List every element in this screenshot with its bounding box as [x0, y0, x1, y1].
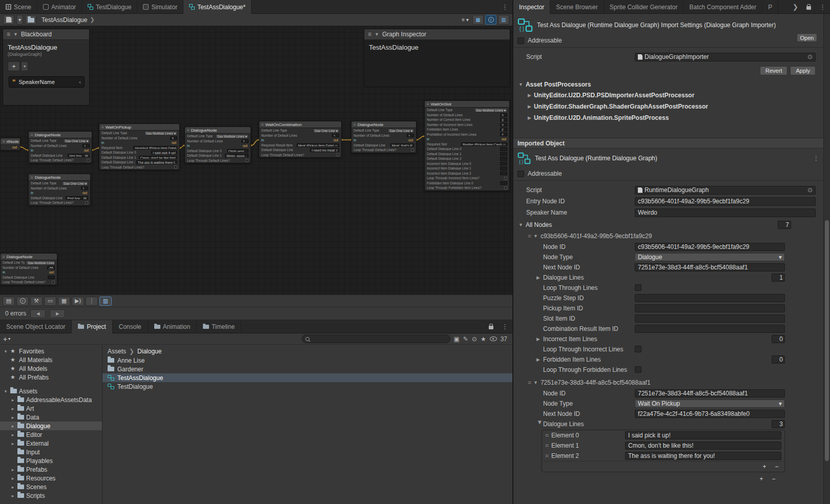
- graph-node-wait-on-pickup[interactable]: ≡WaitOnPickup Default Line Type Say Mult…: [99, 123, 180, 170]
- next-error-button[interactable]: ▶: [50, 309, 65, 318]
- blackboard-header[interactable]: ≡ ▼ Blackboard: [3, 29, 89, 40]
- save-button[interactable]: [3, 15, 14, 25]
- tree-item[interactable]: ▸ Prefabs: [0, 465, 102, 474]
- create-asset-button[interactable]: +▾: [3, 335, 10, 343]
- tools-icon[interactable]: ⚒: [30, 297, 43, 306]
- inspector-property-row[interactable]: ▶ Slot Item ID: [513, 313, 823, 323]
- blackboard-panel[interactable]: ≡ ▼ Blackboard TestAssDialogue (Dialogue…: [3, 29, 90, 106]
- property-field[interactable]: [635, 314, 785, 323]
- node-row[interactable]: Default Dialogue Line Meat, that's it!: [351, 143, 416, 148]
- element-field[interactable]: I said pick it up!: [625, 431, 781, 439]
- add-property-button[interactable]: +: [8, 61, 20, 71]
- property-checkbox[interactable]: [635, 284, 641, 291]
- foldout-icon[interactable]: ▶: [537, 421, 543, 427]
- node-row[interactable]: Default Dialogue Line I need my meat :(: [259, 148, 341, 153]
- node-row[interactable]: Loop Through Default Lines?: [1, 280, 57, 285]
- node-row[interactable]: Loop Through Forbidden Item Lines?: [425, 185, 509, 191]
- file-row[interactable]: TestDialogue: [102, 382, 512, 391]
- node-row[interactable]: Default Line Type Say One Line: [29, 138, 92, 143]
- node-row[interactable]: Default Dialogue Line: [1, 275, 57, 280]
- tree-item[interactable]: Playables: [0, 456, 102, 465]
- foldout-icon[interactable]: ▾: [3, 389, 8, 394]
- postprocessor-item[interactable]: ▶ UnityEditor.U2D.Animation.SpritePostPr…: [513, 112, 823, 123]
- entry-node-id-field[interactable]: c93b5606-401f-49a2-99b5-9ecbf1fa9c29: [635, 197, 816, 206]
- node-row[interactable]: Default Dialogue Line 1 Mmm, good...: [185, 153, 251, 158]
- node-row[interactable]: Loop Through Default Lines?: [185, 158, 251, 163]
- visibility-icon[interactable]: [490, 337, 497, 341]
- addressable-checkbox[interactable]: [517, 37, 524, 44]
- foldout-icon[interactable]: ▾: [3, 349, 8, 354]
- graph-node-dialogue-3[interactable]: ≡DialogueNode Default Line Type Say Mult…: [184, 127, 251, 163]
- search-input[interactable]: [312, 336, 447, 342]
- foldout-icon[interactable]: ▸: [10, 467, 15, 472]
- foldout-icon[interactable]: ▶: [536, 275, 543, 280]
- inspector-property-row[interactable]: ▶ Node ID 7251e73e-38d3-44ff-a8c5-bcf540…: [513, 388, 823, 398]
- inspector-property-row[interactable]: ▶ Loop Through Incorrect Lines: [513, 344, 823, 354]
- array-size-field[interactable]: 0: [772, 335, 785, 343]
- hamburger-icon[interactable]: ≡: [7, 31, 10, 38]
- search-by-type-icon[interactable]: ▣: [453, 335, 459, 343]
- add-element-button[interactable]: +: [761, 463, 768, 470]
- property-dropdown[interactable]: Wait On Pickup: [635, 400, 785, 408]
- node-row[interactable]: Loop Through Default Lines?: [29, 200, 90, 205]
- property-field[interactable]: 7251e73e-38d3-44ff-a8c5-bcf54088aaf1: [635, 263, 785, 271]
- inspector-scrollbar[interactable]: [823, 14, 830, 504]
- kebab-menu-icon[interactable]: ⋮: [813, 155, 819, 162]
- node-row[interactable]: in out: [259, 138, 341, 143]
- more-icon[interactable]: ⋮: [86, 297, 98, 306]
- node-row[interactable]: in out: [29, 148, 92, 153]
- editor-tab[interactable]: TestAssDialogue*: [183, 0, 252, 14]
- blackboard-toggle-button[interactable]: i: [485, 15, 496, 25]
- hamburger-icon[interactable]: ≡: [368, 31, 371, 38]
- foldout-icon[interactable]: ▶: [536, 357, 543, 362]
- foldout-icon[interactable]: ▸: [10, 441, 15, 446]
- chevron-left-icon[interactable]: ‹: [79, 79, 81, 85]
- node-row[interactable]: in out: [425, 137, 509, 142]
- revert-button[interactable]: Revert: [760, 66, 787, 75]
- drag-handle-icon[interactable]: =: [545, 452, 548, 459]
- node-row[interactable]: Required Item Hazelnut (Pickup Item Data…: [99, 145, 179, 151]
- tree-item[interactable]: ▸ Scenes: [0, 482, 102, 491]
- minimap-toggle-button[interactable]: ▦: [472, 15, 484, 25]
- add-property-dropdown[interactable]: ▾: [21, 61, 28, 71]
- breadcrumb[interactable]: TestAssDialogue ❯: [42, 16, 95, 24]
- array-size-field[interactable]: 1: [772, 274, 785, 282]
- node-row[interactable]: Loop Through Incorrect Item Lines?: [425, 176, 509, 181]
- node-row[interactable]: Default Dialogue Line 0 Ohhh yess...: [185, 149, 251, 154]
- editor-tab[interactable]: Scene: [0, 0, 37, 14]
- inspector-property-row[interactable]: ▶ Incorrect Item Lines 0: [513, 334, 823, 344]
- panel-tab[interactable]: Timeline: [197, 320, 241, 333]
- node-row[interactable]: in out: [351, 138, 416, 143]
- inspector-property-row[interactable]: ▶ Puzzle Step ID: [513, 293, 823, 303]
- node-row[interactable]: Default Line Type Say One Line: [29, 181, 90, 186]
- kebab-menu-icon[interactable]: ⋮: [497, 320, 512, 333]
- property-field[interactable]: c93b5606-401f-49a2-99b5-9ecbf1fa9c29: [635, 243, 785, 251]
- breadcrumb-item[interactable]: Assets: [108, 348, 126, 355]
- property-dropdown[interactable]: Dialogue: [635, 253, 785, 261]
- drag-handle-icon[interactable]: =: [528, 233, 531, 240]
- array-size-field[interactable]: 3: [772, 420, 785, 428]
- node-row[interactable]: Default Line Type Say Multiple Lines: [185, 134, 251, 139]
- property-checkbox[interactable]: [635, 366, 641, 373]
- array-size-field[interactable]: 7: [778, 221, 791, 229]
- postprocessor-item[interactable]: ▶ UnityEditor.ShaderGraph.ShaderGraphAss…: [513, 101, 823, 112]
- drag-handle-icon[interactable]: =: [545, 432, 548, 439]
- node-row[interactable]: Default Dialogue Line Hey boy... W: [29, 153, 92, 158]
- node-row[interactable]: in out: [1, 270, 57, 275]
- property-field[interactable]: [635, 294, 785, 302]
- node-row[interactable]: Default Dialogue Line 0 I said pick it u…: [99, 150, 179, 155]
- show-in-project-button[interactable]: [25, 15, 36, 25]
- editor-tab[interactable]: Simulator: [137, 0, 183, 14]
- node-row[interactable]: Number of Default Lines -55: [1, 265, 57, 270]
- inspector-property-row[interactable]: ▶ Loop Through Lines: [513, 283, 823, 292]
- foldout-icon[interactable]: ▸: [10, 432, 15, 437]
- node-row[interactable]: Default Dialogue Line 2: [425, 156, 509, 161]
- graph-canvas[interactable]: ≡ ▼ Blackboard TestAssDialogue (Dialogue…: [0, 26, 512, 295]
- lock-icon[interactable]: [802, 0, 815, 13]
- panel-tab[interactable]: Console: [113, 320, 148, 333]
- node-row[interactable]: Number of Default Lines 1: [29, 186, 90, 191]
- remove-element-button[interactable]: −: [773, 463, 780, 470]
- favorites-root[interactable]: ▾ ★ Favorites: [0, 347, 102, 355]
- file-row[interactable]: Gardener: [102, 365, 512, 373]
- graph-node-wait-on-combination[interactable]: ≡WaitOnCombination Default Line Type Say…: [259, 121, 342, 158]
